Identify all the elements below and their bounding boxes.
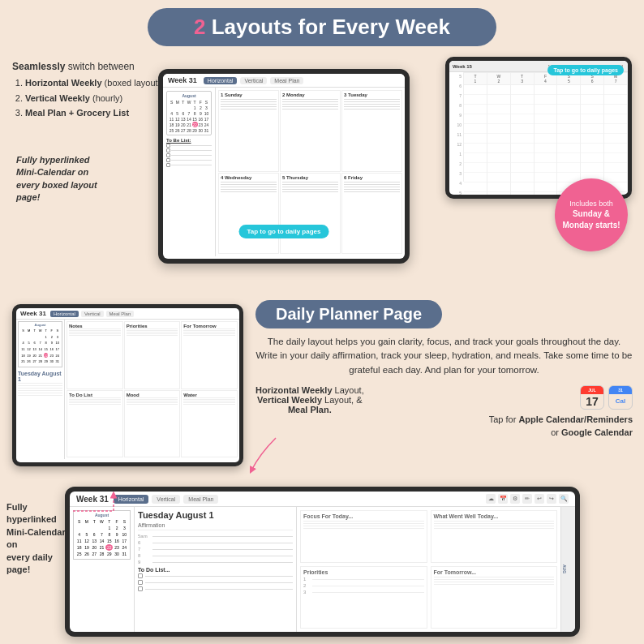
tap-daily-pages-main[interactable]: Tap to go to daily pages bbox=[239, 225, 329, 238]
vert-day-head-3: T3 bbox=[511, 73, 534, 85]
todo-row-4 bbox=[166, 158, 212, 162]
tb-icon-5: ↩ bbox=[535, 494, 544, 504]
hw-tab-meal[interactable]: Meal Plan bbox=[106, 311, 135, 317]
daily-planner-title: Daily Planner Page bbox=[276, 305, 422, 324]
day-cell-sunday: 1 Sunday bbox=[218, 90, 279, 172]
time-6am: 6 bbox=[449, 84, 463, 93]
vert-col-1: T1 bbox=[464, 73, 487, 195]
tb-left-cal: August SMTWTFS 123 45678910 111213141516… bbox=[70, 507, 135, 632]
apple-calendar-icon: JUL 17 bbox=[580, 385, 604, 410]
day-cell-friday: 6 Friday bbox=[341, 173, 402, 255]
tab-meal[interactable]: Meal Plan bbox=[270, 77, 303, 84]
hw-cell-6: Water bbox=[181, 390, 238, 458]
todo-label: To Be List: bbox=[166, 138, 212, 143]
hw-tab-vertical[interactable]: Vertical bbox=[81, 311, 104, 317]
time-4pm: 4 bbox=[449, 181, 463, 191]
priority-row-1: 1 bbox=[303, 577, 424, 582]
todo-row-c bbox=[138, 586, 293, 591]
vertical-grid: 5 6 7 8 9 10 11 12 1 2 3 4 5 T1 bbox=[449, 72, 628, 182]
time-11am: 11 bbox=[449, 132, 463, 142]
layout-item-2: Vertical Weekly (hourly) bbox=[25, 91, 174, 106]
hw-week: Week 31 bbox=[20, 310, 46, 317]
cal-table: SMTWTFS 123 45678910 11121314151617 1819… bbox=[169, 99, 209, 133]
hw-cell-3: For Tomorrow bbox=[181, 321, 238, 389]
vert-col-5: S5 bbox=[557, 73, 581, 195]
left-sidebar: August SMTWTFS 123 45678910 111213141516… bbox=[163, 88, 216, 256]
hw-cell-2: Priorities bbox=[124, 321, 181, 389]
badge-includes: Includes both bbox=[569, 199, 613, 209]
day-cell-tuesday: 3 Tuesday bbox=[341, 90, 402, 172]
tb-toolbar-icons: ☁ 📅 ⚙ ✏ ↩ ↪ 🔍 bbox=[486, 494, 569, 504]
hw-cell-1: Notes bbox=[67, 321, 123, 389]
hw-day-section: Tuesday August 1 bbox=[18, 369, 62, 396]
tab-horizontal[interactable]: Horizontal bbox=[204, 77, 238, 84]
tablet-bl-screen: Week 31 Horizontal Vertical Meal Plan Au… bbox=[16, 308, 239, 462]
apple-cal-label: Apple Calendar/Reminders bbox=[518, 414, 633, 424]
tablet-right-screen: Week 15 1 T 2 W 3 T 4 F 5 S 6 Su 7 M 5 6… bbox=[449, 61, 628, 195]
header-title: 2 Layouts for Every Week bbox=[194, 15, 450, 40]
google-calendar-icon: 31 Cal bbox=[608, 385, 633, 410]
todo-row-2 bbox=[166, 148, 212, 152]
link-left-bold-1: Horizontal Weekly bbox=[255, 385, 333, 395]
tb-tab-vertical[interactable]: Vertical bbox=[152, 495, 180, 504]
mini-cal-label: Fully hyperlinked Mini-Calendar on every… bbox=[16, 154, 126, 204]
header-banner: 2 Layouts for Every Week bbox=[148, 8, 496, 46]
priorities-title: Priorities bbox=[303, 569, 424, 575]
tap-daily-pages-right[interactable]: Tap to go to daily pages bbox=[547, 65, 624, 75]
google-cal-label: Google Calendar bbox=[561, 427, 633, 437]
slots-3 bbox=[511, 85, 534, 195]
todo-rows bbox=[138, 573, 293, 591]
cal-icons: JUL 17 31 Cal bbox=[580, 385, 633, 410]
slots-2 bbox=[487, 85, 510, 195]
tb-header: Week 31 Horizontal Vertical Meal Plan ☁ … bbox=[70, 492, 575, 507]
mini-calendar: August SMTWTFS 123 45678910 111213141516… bbox=[166, 91, 212, 135]
week-number: Week 31 bbox=[168, 76, 197, 84]
tablet-bottom-left: Week 31 Horizontal Vertical Meal Plan Au… bbox=[12, 304, 243, 466]
tb-right-panels: Focus For Today... What Went Well Today.… bbox=[297, 507, 560, 632]
hw-day-title: Tuesday August 1 bbox=[18, 371, 62, 382]
hw-mini-cal: August SMTWTFS 123 45678910 111213141516… bbox=[18, 321, 62, 367]
wwwt-title: What Went Well Today... bbox=[434, 513, 555, 519]
side-tab-aug[interactable]: AUG bbox=[561, 563, 575, 575]
tb-icon-7: 🔍 bbox=[559, 494, 569, 504]
hw-cal-table: SMTWTFS 123 45678910 11121314151617 1819… bbox=[19, 327, 61, 366]
todo-box: To Be List: bbox=[166, 138, 212, 167]
todo-row-1 bbox=[166, 144, 212, 148]
daily-planner-description: The daily layout helps you gain clarity,… bbox=[255, 335, 633, 377]
vert-col-2: W2 bbox=[487, 73, 511, 195]
time-rows: 5am 6 7 8 9 bbox=[138, 534, 293, 565]
hw-tab-horizontal[interactable]: Horizontal bbox=[50, 311, 79, 317]
todo-row-3 bbox=[166, 153, 212, 157]
wwwt-panel: What Went Well Today... bbox=[431, 510, 558, 563]
right-week-label: Week 15 bbox=[453, 64, 472, 69]
todo-section-label: To Do List... bbox=[138, 567, 293, 573]
affirmation-label: Affirmation bbox=[138, 522, 293, 528]
week-tabs: Horizontal Vertical Meal Plan bbox=[204, 77, 304, 84]
tb-icon-4: ✏ bbox=[522, 494, 532, 504]
tb-icon-1: ☁ bbox=[486, 494, 496, 504]
sun-mon-badge: Includes both Sunday & Monday starts! bbox=[555, 178, 628, 251]
side-tabs: AUG bbox=[560, 507, 575, 632]
layout-list: Horizontal Weekly (boxed layout) Vertica… bbox=[12, 75, 174, 121]
hw-lines bbox=[18, 383, 62, 396]
tb-month: August bbox=[75, 513, 128, 517]
dp-link-left: Horizontal Weekly Layout, Vertical Weekl… bbox=[255, 385, 364, 414]
tb-tab-horizontal[interactable]: Horizontal bbox=[114, 495, 149, 504]
time-2pm: 2 bbox=[449, 161, 463, 171]
left-intro: Seamlessly switch between Horizontal Wee… bbox=[12, 61, 174, 121]
tab-vertical[interactable]: Vertical bbox=[240, 77, 267, 84]
hw-left: August SMTWTFS 123 45678910 111213141516… bbox=[16, 320, 65, 459]
vert-col-7: M7 bbox=[604, 73, 628, 195]
hw-cell-5: Mood bbox=[124, 390, 181, 458]
tb-main-day: Tuesday August 1 Affirmation 5am 6 7 bbox=[135, 507, 297, 632]
time-row-9: 9 bbox=[138, 560, 293, 565]
tb-day-title: Tuesday August 1 bbox=[138, 510, 293, 520]
tablet-main-screen: Week 31 Horizontal Vertical Meal Plan Au… bbox=[163, 74, 405, 259]
slots-1 bbox=[464, 85, 487, 195]
tb-tab-meal[interactable]: Meal Plan bbox=[183, 495, 218, 504]
vert-col-4: F4 bbox=[535, 73, 558, 195]
time-5pm: 5 bbox=[449, 191, 463, 195]
tb-body: August SMTWTFS 123 45678910 111213141516… bbox=[70, 507, 575, 632]
month-name: August bbox=[169, 93, 209, 98]
time-9am: 9 bbox=[449, 113, 463, 122]
